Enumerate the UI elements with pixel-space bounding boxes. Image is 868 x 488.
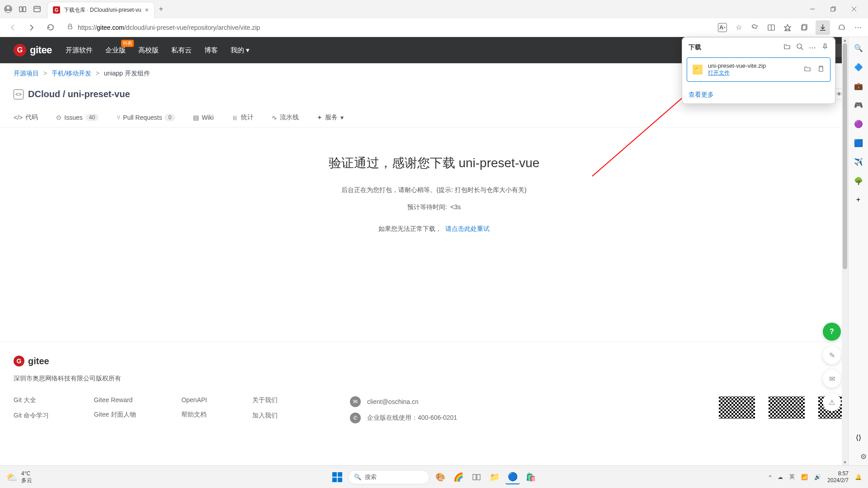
footer-link[interactable]: Gitee Reward — [94, 396, 136, 404]
breadcrumb-item[interactable]: uniapp 开发组件 — [104, 70, 150, 77]
scroll-up-icon[interactable]: ▲ — [842, 37, 848, 43]
tab-wiki[interactable]: ▤Wiki — [193, 108, 213, 127]
weather-widget[interactable]: ⛅ 4°C 多云 — [6, 470, 32, 483]
new-tab-button[interactable]: + — [159, 5, 163, 13]
favorite-icon[interactable]: ☆ — [734, 23, 743, 32]
taskbar-app-edge[interactable]: 🔵 — [505, 470, 520, 484]
tab-stats[interactable]: ⫼统计 — [232, 108, 254, 127]
collections-icon[interactable] — [799, 23, 808, 32]
downloads-icon[interactable] — [816, 20, 830, 35]
footer-link[interactable]: Git 命令学习 — [14, 412, 49, 420]
extensions-icon[interactable] — [750, 23, 760, 32]
help-button[interactable]: ? — [823, 323, 841, 341]
refresh-button[interactable] — [43, 20, 58, 35]
download-item[interactable]: 📁 uni-preset-vue-vite.zip 打开文件 — [687, 57, 830, 82]
favorites-bar-icon[interactable] — [783, 23, 792, 32]
footer-logo[interactable]: G gitee — [14, 356, 854, 366]
edit-float-button[interactable]: ✎ — [823, 346, 841, 364]
taskbar-search[interactable]: 🔍 搜索 — [348, 470, 429, 484]
sidebar-tree-icon[interactable]: 🌳 — [853, 175, 864, 186]
back-button[interactable] — [5, 20, 20, 35]
sidebar-search-icon[interactable]: 🔍 — [853, 42, 864, 53]
workspaces-icon[interactable] — [18, 5, 27, 14]
tab-pull-requests[interactable]: ⑂Pull Requests0 — [117, 108, 175, 127]
tab-services[interactable]: ✦服务 ▾ — [317, 108, 344, 127]
sidebar-collapse-icon[interactable]: ⟨⟩ — [853, 432, 864, 443]
start-button[interactable] — [330, 470, 344, 484]
footer-logo-icon: G — [14, 356, 24, 366]
footer-email[interactable]: client@oschina.cn — [367, 398, 419, 405]
browser-tab[interactable]: G 下载仓库 · DCloud/uni-preset-vu × — [47, 2, 155, 18]
tray-onedrive-icon[interactable]: ☁ — [778, 474, 783, 480]
popup-pin-icon[interactable] — [821, 43, 829, 52]
taskbar-app-copilot[interactable]: 🌈 — [451, 470, 466, 484]
footer-link[interactable]: 关于我们 — [252, 396, 278, 404]
breadcrumb-item[interactable]: 手机/移动开发 — [52, 70, 91, 77]
footer-link[interactable]: 帮助文档 — [181, 411, 207, 419]
sidebar-shopping-icon[interactable]: 🔷 — [853, 61, 864, 72]
sidebar-add-icon[interactable]: + — [853, 194, 864, 205]
minimize-button[interactable] — [802, 2, 823, 16]
scrollbar-thumb[interactable] — [843, 43, 847, 269]
footer: G gitee 深圳市奥思网络科技有限公司版权所有 Git 大全 Git 命令学… — [0, 342, 868, 437]
taskbar-app-widgets[interactable]: 🎨 — [433, 470, 448, 484]
scrollbar[interactable]: ▲ ▼ — [842, 37, 848, 465]
open-file-link[interactable]: 打开文件 — [708, 69, 798, 77]
read-aloud-icon[interactable]: A» — [718, 23, 727, 32]
close-window-button[interactable] — [844, 2, 864, 16]
nav-education[interactable]: 高校版 — [138, 46, 159, 55]
delete-download-icon[interactable] — [817, 65, 825, 74]
repo-title: DCloud / uni-preset-vue — [28, 89, 130, 99]
more-icon[interactable]: ⋯ — [854, 23, 863, 32]
settings-icon[interactable]: ⚙ — [860, 452, 867, 461]
sidebar-office-icon[interactable]: 🟣 — [853, 118, 864, 129]
scroll-down-icon[interactable]: ▼ — [842, 459, 848, 465]
popup-see-more[interactable]: 查看更多 — [682, 86, 835, 103]
sidebar-tools-icon[interactable]: 💼 — [853, 80, 864, 91]
tray-chevron-icon[interactable]: ^ — [769, 474, 772, 480]
sidebar-games-icon[interactable]: 🎮 — [853, 99, 864, 110]
nav-mine[interactable]: 我的 ▾ — [231, 46, 250, 55]
forward-button[interactable] — [24, 20, 39, 35]
sidebar-send-icon[interactable]: ✈️ — [853, 156, 864, 167]
popup-search-icon[interactable] — [796, 43, 803, 52]
nav-blog[interactable]: 博客 — [204, 46, 218, 55]
tray-ime[interactable]: 英 — [789, 473, 795, 481]
tab-close-icon[interactable]: × — [145, 6, 148, 14]
tab-favicon-icon: G — [53, 6, 60, 14]
popup-folder-icon[interactable] — [783, 43, 791, 52]
nav-enterprise[interactable]: 企业版 特惠 — [105, 46, 126, 55]
tab-code[interactable]: </>代码 — [14, 108, 38, 127]
footer-link[interactable]: 加入我们 — [252, 412, 278, 420]
taskbar-app-taskview[interactable] — [469, 470, 484, 484]
taskbar-app-explorer[interactable]: 📁 — [487, 470, 502, 484]
svg-rect-4 — [34, 6, 40, 12]
profile-icon[interactable] — [4, 5, 13, 14]
nav-opensource[interactable]: 开源软件 — [66, 46, 93, 55]
breadcrumb-item[interactable]: 开源项目 — [14, 70, 39, 77]
url-input[interactable]: https://gitee.com/dcloud/uni-preset-vue/… — [62, 21, 713, 34]
footer-link[interactable]: Gitee 封面人物 — [94, 411, 136, 419]
retry-link[interactable]: 请点击此处重试 — [445, 225, 490, 232]
nav-private[interactable]: 私有云 — [171, 46, 192, 55]
tab-actions-icon[interactable] — [33, 5, 42, 14]
footer-link[interactable]: OpenAPI — [181, 396, 207, 404]
taskbar-app-store[interactable]: 🛍️ — [524, 470, 538, 484]
tab-pipeline[interactable]: ∿流水线 — [272, 108, 299, 127]
split-screen-icon[interactable] — [767, 23, 776, 32]
tab-issues[interactable]: ⊙Issues40 — [56, 108, 99, 127]
footer-link[interactable]: Git 大全 — [14, 396, 49, 404]
svg-rect-2 — [19, 7, 22, 12]
tray-wifi-icon[interactable]: 📶 — [801, 474, 808, 480]
sidebar-outlook-icon[interactable]: 🟦 — [853, 137, 864, 148]
show-in-folder-icon[interactable] — [804, 65, 811, 74]
tray-volume-icon[interactable]: 🔊 — [814, 474, 821, 480]
maximize-button[interactable] — [823, 2, 844, 16]
popup-more-icon[interactable]: ⋯ — [809, 43, 816, 52]
mail-float-button[interactable]: ✉ — [823, 370, 841, 388]
gitee-logo[interactable]: G gitee — [14, 44, 52, 56]
browser-essentials-icon[interactable] — [837, 23, 846, 32]
warn-float-button[interactable]: ⚠ — [823, 393, 841, 411]
taskbar-clock[interactable]: 8:57 2024/2/7 — [827, 470, 849, 483]
notifications-icon[interactable]: 🔔 — [855, 474, 862, 480]
